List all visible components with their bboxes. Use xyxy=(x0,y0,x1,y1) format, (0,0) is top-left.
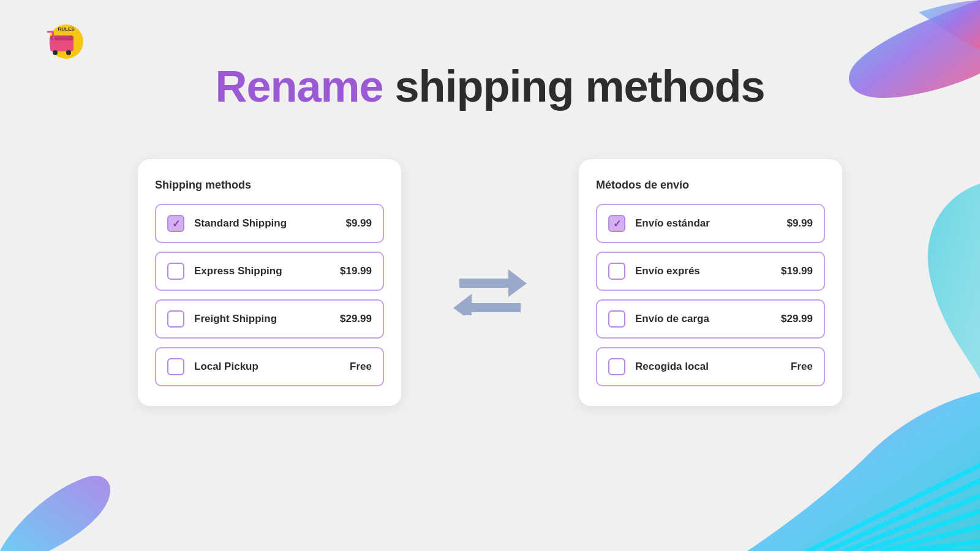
left-card-title: Shipping methods xyxy=(155,179,384,192)
item-name: Local Pickup xyxy=(194,361,340,373)
left-shipping-card: Shipping methods ✓Standard Shipping$9.99… xyxy=(138,159,401,406)
blob-bottom-left xyxy=(0,441,123,551)
checkbox[interactable]: ✓ xyxy=(608,215,625,232)
item-price: Free xyxy=(350,361,372,373)
list-item[interactable]: Recogida localFree xyxy=(596,347,825,386)
right-card-items: ✓Envío estándar$9.99Envío exprés$19.99En… xyxy=(596,204,825,386)
left-card-items: ✓Standard Shipping$9.99Express Shipping$… xyxy=(155,204,384,386)
list-item[interactable]: ✓Standard Shipping$9.99 xyxy=(155,204,384,243)
item-price: $19.99 xyxy=(340,265,372,277)
svg-point-10 xyxy=(53,50,58,55)
item-price: $29.99 xyxy=(340,313,372,325)
checkbox[interactable] xyxy=(167,310,184,328)
item-price: Free xyxy=(791,361,813,373)
list-item[interactable]: Freight Shipping$29.99 xyxy=(155,299,384,339)
item-price: $9.99 xyxy=(786,217,813,230)
item-name: Envío exprés xyxy=(635,265,771,277)
checkmark-icon: ✓ xyxy=(172,218,180,230)
page-title: Rename shipping methods xyxy=(0,61,980,111)
list-item[interactable]: ✓Envío estándar$9.99 xyxy=(596,204,825,243)
svg-point-11 xyxy=(66,50,71,55)
item-price: $19.99 xyxy=(781,265,813,277)
list-item[interactable]: Local PickupFree xyxy=(155,347,384,386)
item-price: $9.99 xyxy=(345,217,372,230)
item-name: Express Shipping xyxy=(194,265,330,277)
list-item[interactable]: Envío de carga$29.99 xyxy=(596,299,825,339)
item-price: $29.99 xyxy=(781,313,813,325)
checkbox[interactable] xyxy=(608,310,625,328)
item-name: Standard Shipping xyxy=(194,217,336,230)
title-highlight: Rename xyxy=(215,62,383,111)
checkbox[interactable] xyxy=(608,358,625,375)
right-shipping-card: Métodos de envío ✓Envío estándar$9.99Env… xyxy=(579,159,842,406)
list-item[interactable]: Envío exprés$19.99 xyxy=(596,252,825,291)
item-name: Recogida local xyxy=(635,361,781,373)
svg-text:RULES: RULES xyxy=(58,26,75,32)
main-content: Shipping methods ✓Standard Shipping$9.99… xyxy=(0,159,980,406)
checkmark-icon: ✓ xyxy=(613,218,621,230)
checkbox[interactable] xyxy=(167,263,184,280)
arrow-container xyxy=(450,159,530,315)
checkbox[interactable] xyxy=(608,263,625,280)
item-name: Freight Shipping xyxy=(194,313,330,325)
checkbox[interactable]: ✓ xyxy=(167,215,184,232)
logo: RULES xyxy=(37,18,89,64)
checkbox[interactable] xyxy=(167,358,184,375)
item-name: Envío de carga xyxy=(635,313,771,325)
list-item[interactable]: Express Shipping$19.99 xyxy=(155,252,384,291)
logo-cart-icon: RULES xyxy=(37,18,89,64)
item-name: Envío estándar xyxy=(635,217,777,230)
bidirectional-arrow-icon xyxy=(450,257,530,315)
right-card-title: Métodos de envío xyxy=(596,179,825,192)
title-rest: shipping methods xyxy=(383,62,765,111)
